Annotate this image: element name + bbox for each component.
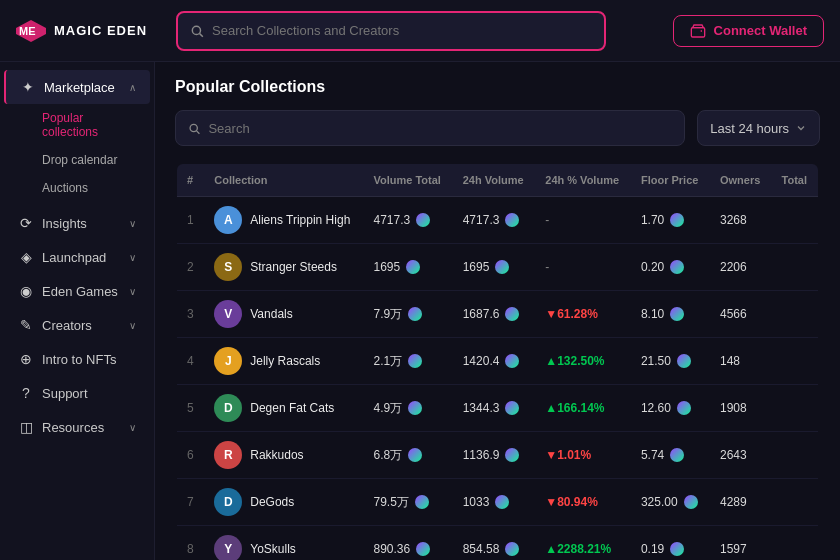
rank-cell: 1: [176, 197, 204, 244]
table-row[interactable]: 2 S Stranger Steeds 1695 1695 - 0.20 220…: [176, 244, 819, 291]
support-label: Support: [42, 386, 88, 401]
sidebar-item-creators[interactable]: ✎ Creators ∨: [4, 308, 150, 342]
sol-icon: [408, 307, 422, 321]
sidebar-sub-drop-calendar[interactable]: Drop calendar: [4, 146, 150, 174]
owners-cell: 2206: [710, 244, 772, 291]
collection-avatar: V: [214, 300, 242, 328]
table-row[interactable]: 7 D DeGods 79.5万 1033 ▼80.94% 325.00 428…: [176, 479, 819, 526]
col-floor: Floor Price: [631, 163, 710, 197]
header-actions: Connect Wallet: [673, 15, 824, 47]
svg-line-6: [197, 130, 200, 133]
sol-icon: [684, 495, 698, 509]
sol-icon: [408, 354, 422, 368]
header: ME MAGIC EDEN Connect Wallet: [0, 0, 840, 62]
floor-price-cell: 0.19: [631, 526, 710, 561]
eden-games-icon: ◉: [18, 283, 34, 299]
pct-badge: ▼1.01%: [545, 448, 591, 462]
total-cell: [772, 385, 819, 432]
launchpad-chevron: ∨: [129, 252, 136, 263]
table-row[interactable]: 5 D Degen Fat Cats 4.9万 1344.3 ▲166.14% …: [176, 385, 819, 432]
pct-24h-cell: ▼61.28%: [535, 291, 631, 338]
col-volume-total: Volume Total: [363, 163, 452, 197]
table-row[interactable]: 8 Y YoSkulls 890.36 854.58 ▲2288.21% 0.1…: [176, 526, 819, 561]
volume-24h-cell: 854.58: [453, 526, 536, 561]
sidebar-sub-popular-collections[interactable]: Popular collections: [4, 104, 150, 146]
table-row[interactable]: 3 V Vandals 7.9万 1687.6 ▼61.28% 8.10 456…: [176, 291, 819, 338]
pct-badge: ▲2288.21%: [545, 542, 611, 556]
pct-24h-cell: ▼80.94%: [535, 479, 631, 526]
sidebar: ✦ Marketplace ∧ Popular collections Drop…: [0, 62, 155, 560]
sidebar-item-resources[interactable]: ◫ Resources ∨: [4, 410, 150, 444]
filter-search-bar[interactable]: [175, 110, 685, 146]
filter-time-dropdown[interactable]: Last 24 hours: [697, 110, 820, 146]
launchpad-label: Launchpad: [42, 250, 106, 265]
sidebar-section-marketplace: ✦ Marketplace ∧ Popular collections Drop…: [0, 70, 154, 202]
owners-cell: 4289: [710, 479, 772, 526]
main-content: Popular Collections Last 24 hours #: [155, 62, 840, 560]
volume-24h-cell: 1687.6: [453, 291, 536, 338]
pct-24h-cell: -: [535, 244, 631, 291]
sidebar-item-marketplace[interactable]: ✦ Marketplace ∧: [4, 70, 150, 104]
collection-avatar: Y: [214, 535, 242, 560]
eden-games-chevron: ∨: [129, 286, 136, 297]
sol-icon: [416, 213, 430, 227]
sidebar-item-support[interactable]: ? Support: [4, 376, 150, 410]
collection-name: YoSkulls: [250, 542, 296, 556]
marketplace-chevron: ∧: [129, 82, 136, 93]
collection-name-cell: V Vandals: [204, 291, 363, 338]
filter-time-label: Last 24 hours: [710, 121, 789, 136]
global-search-bar[interactable]: [176, 11, 606, 51]
sidebar-item-intro-nfts[interactable]: ⊕ Intro to NFTs: [4, 342, 150, 376]
table-row[interactable]: 6 R Rakkudos 6.8万 1136.9 ▼1.01% 5.74 264…: [176, 432, 819, 479]
wallet-icon: [690, 23, 706, 39]
filter-time-chevron: [795, 122, 807, 134]
sidebar-item-insights[interactable]: ⟳ Insights ∨: [4, 206, 150, 240]
eden-games-label: Eden Games: [42, 284, 118, 299]
collection-name-cell: Y YoSkulls: [204, 526, 363, 561]
col-collection: Collection: [204, 163, 363, 197]
collection-name: Vandals: [250, 307, 292, 321]
sol-icon: [677, 354, 691, 368]
sol-icon: [408, 448, 422, 462]
collection-name: DeGods: [250, 495, 294, 509]
global-search-input[interactable]: [212, 23, 592, 38]
sidebar-item-eden-games[interactable]: ◉ Eden Games ∨: [4, 274, 150, 308]
pct-badge: ▲132.50%: [545, 354, 604, 368]
sidebar-sub-auctions[interactable]: Auctions: [4, 174, 150, 202]
sidebar-item-launchpad[interactable]: ◈ Launchpad ∨: [4, 240, 150, 274]
creators-icon: ✎: [18, 317, 34, 333]
volume-total-cell: 6.8万: [363, 432, 452, 479]
table-header-row: # Collection Volume Total 24h Volume 24h…: [176, 163, 819, 197]
logo-icon: ME: [16, 20, 46, 42]
collection-name-cell: A Aliens Trippin High: [204, 197, 363, 244]
table-row[interactable]: 4 J Jelly Rascals 2.1万 1420.4 ▲132.50% 2…: [176, 338, 819, 385]
col-owners: Owners: [710, 163, 772, 197]
collections-table: # Collection Volume Total 24h Volume 24h…: [175, 162, 820, 560]
body: ✦ Marketplace ∧ Popular collections Drop…: [0, 62, 840, 560]
sol-icon: [677, 401, 691, 415]
volume-total-cell: 890.36: [363, 526, 452, 561]
svg-point-2: [192, 26, 200, 34]
marketplace-icon: ✦: [20, 79, 36, 95]
collection-name-cell: D Degen Fat Cats: [204, 385, 363, 432]
collection-avatar: A: [214, 206, 242, 234]
rank-cell: 8: [176, 526, 204, 561]
owners-cell: 1908: [710, 385, 772, 432]
filter-search-input[interactable]: [208, 121, 672, 136]
volume-total-cell: 2.1万: [363, 338, 452, 385]
collection-avatar: S: [214, 253, 242, 281]
collection-name: Jelly Rascals: [250, 354, 320, 368]
floor-price-cell: 5.74: [631, 432, 710, 479]
collection-name: Stranger Steeds: [250, 260, 337, 274]
floor-price-cell: 325.00: [631, 479, 710, 526]
table-row[interactable]: 1 A Aliens Trippin High 4717.3 4717.3 - …: [176, 197, 819, 244]
collection-name-cell: S Stranger Steeds: [204, 244, 363, 291]
sol-icon: [505, 542, 519, 556]
volume-24h-cell: 1420.4: [453, 338, 536, 385]
col-volume-24h: 24h Volume: [453, 163, 536, 197]
sol-icon: [415, 495, 429, 509]
total-cell: [772, 526, 819, 561]
total-cell: [772, 432, 819, 479]
volume-total-cell: 7.9万: [363, 291, 452, 338]
connect-wallet-button[interactable]: Connect Wallet: [673, 15, 824, 47]
